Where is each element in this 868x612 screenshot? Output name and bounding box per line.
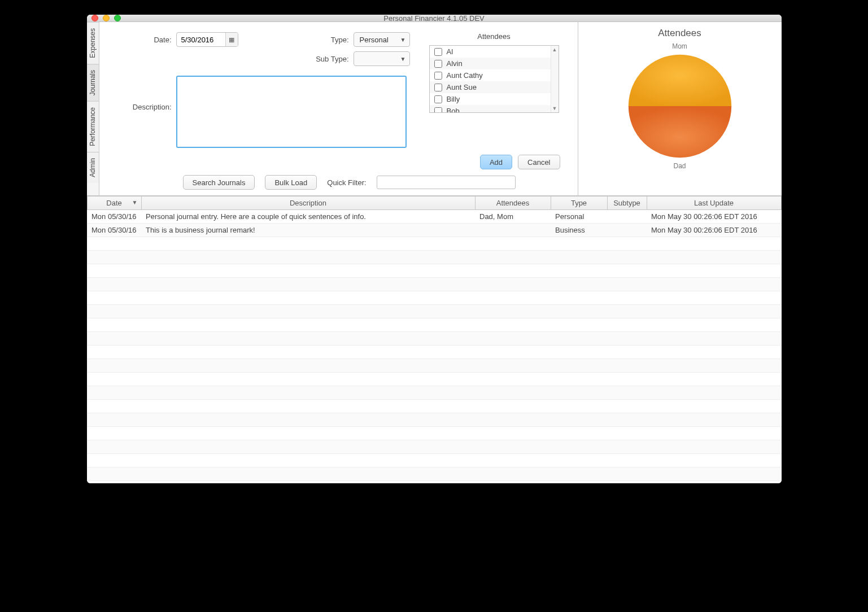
empty-row (87, 251, 781, 264)
tab-expenses[interactable]: Expenses (87, 22, 99, 64)
description-label: Description: (120, 76, 172, 111)
scroll-up-icon[interactable]: ▲ (552, 46, 557, 54)
pie-label-dad: Dad (673, 162, 686, 170)
tab-performance[interactable]: Performance (87, 101, 99, 152)
type-value: Personal (360, 36, 389, 44)
empty-row (87, 237, 781, 251)
table-row[interactable]: Mon 05/30/16This is a business journal r… (87, 224, 781, 237)
col-type[interactable]: Type (551, 196, 607, 210)
attendee-checkbox[interactable] (434, 48, 442, 56)
empty-row (87, 373, 781, 386)
cell-subtype (607, 210, 647, 224)
date-input[interactable] (177, 36, 225, 44)
empty-row (87, 278, 781, 291)
empty-row (87, 305, 781, 318)
tab-journals[interactable]: Journals (87, 64, 99, 101)
cell-description: Personal journal entry. Here are a coupl… (141, 210, 475, 224)
empty-row (87, 386, 781, 400)
attendee-name: Billy (447, 95, 460, 103)
attendee-checkbox[interactable] (434, 95, 442, 103)
attendee-item[interactable]: Billy (430, 93, 551, 105)
attendee-name: Al (447, 47, 453, 56)
cancel-button[interactable]: Cancel (518, 155, 560, 169)
tab-admin[interactable]: Admin (87, 152, 99, 183)
attendee-checkbox[interactable] (434, 60, 442, 68)
subtype-label: Sub Type: (314, 55, 349, 63)
add-button[interactable]: Add (480, 155, 512, 169)
window-title: Personal Financier 4.1.05 DEV (87, 15, 782, 23)
description-textarea[interactable] (176, 76, 407, 148)
pie-label-mom: Mom (672, 42, 687, 50)
empty-row (87, 264, 781, 278)
date-label: Date: (120, 36, 172, 44)
attendees-header: Attendees (429, 32, 559, 41)
attendee-name: Alvin (447, 59, 463, 68)
attendee-item[interactable]: Bob (430, 105, 551, 112)
cell-last_update: Mon May 30 00:26:06 EDT 2016 (647, 224, 781, 237)
attendees-scrollbar[interactable]: ▲ ▼ (551, 46, 559, 112)
attendees-pie-chart (626, 53, 734, 160)
attendee-item[interactable]: Al (430, 46, 551, 58)
journals-table: Date▼ Description Attendees Type Subtype… (87, 196, 782, 483)
side-tabs: Expenses Journals Performance Admin (87, 22, 99, 195)
empty-row (87, 427, 781, 440)
empty-row (87, 481, 781, 484)
journals-table-wrap: Date▼ Description Attendees Type Subtype… (87, 196, 782, 483)
attendee-name: Bob (447, 107, 460, 112)
app-window: Personal Financier 4.1.05 DEV Expenses J… (87, 15, 782, 483)
cell-date: Mon 05/30/16 (87, 210, 141, 224)
empty-row (87, 346, 781, 359)
bulk-load-button[interactable]: Bulk Load (265, 175, 317, 190)
calendar-icon[interactable]: ▦ (225, 33, 238, 46)
empty-row (87, 359, 781, 373)
chart-panel: Attendees Mom Dad (578, 22, 782, 195)
cell-description: This is a business journal remark! (141, 224, 475, 237)
type-select[interactable]: Personal ▼ (354, 32, 410, 47)
subtype-select[interactable]: ▼ (354, 51, 410, 66)
type-label: Type: (314, 36, 349, 44)
attendee-item[interactable]: Alvin (430, 58, 551, 69)
col-subtype[interactable]: Subtype (607, 196, 647, 210)
titlebar: Personal Financier 4.1.05 DEV (87, 15, 782, 22)
empty-row (87, 332, 781, 346)
attendee-item[interactable]: Aunt Cathy (430, 69, 551, 81)
attendee-name: Aunt Sue (447, 83, 477, 91)
cell-attendees: Dad, Mom (475, 210, 551, 224)
attendee-checkbox[interactable] (434, 72, 442, 80)
attendee-checkbox[interactable] (434, 107, 442, 113)
chart-title: Attendees (658, 28, 701, 39)
form-panel: Date: ▦ Type: Personal ▼ (99, 22, 578, 195)
quick-filter-label: Quick Filter: (327, 178, 366, 187)
cell-type: Business (551, 224, 607, 237)
cell-attendees (475, 224, 551, 237)
cell-last_update: Mon May 30 00:26:06 EDT 2016 (647, 210, 781, 224)
cell-type: Personal (551, 210, 607, 224)
attendee-checkbox[interactable] (434, 84, 442, 91)
empty-row (87, 291, 781, 305)
empty-row (87, 413, 781, 427)
empty-row (87, 454, 781, 467)
attendees-list: AlAlvinAunt CathyAunt SueBillyBob ▲ ▼ (429, 45, 559, 113)
col-attendees[interactable]: Attendees (475, 196, 551, 210)
search-journals-button[interactable]: Search Journals (183, 175, 255, 190)
chevron-down-icon: ▼ (400, 37, 406, 43)
col-date[interactable]: Date▼ (87, 196, 141, 210)
col-description[interactable]: Description (141, 196, 475, 210)
quick-filter-input[interactable] (377, 176, 516, 189)
table-row[interactable]: Mon 05/30/16Personal journal entry. Here… (87, 210, 781, 224)
empty-row (87, 318, 781, 332)
date-input-wrap: ▦ (176, 32, 238, 47)
attendee-item[interactable]: Aunt Sue (430, 81, 551, 93)
chevron-down-icon: ▼ (400, 56, 406, 62)
scroll-down-icon[interactable]: ▼ (552, 104, 557, 112)
cell-subtype (607, 224, 647, 237)
empty-row (87, 440, 781, 454)
empty-row (87, 400, 781, 413)
empty-row (87, 467, 781, 481)
col-last-update[interactable]: Last Update (647, 196, 781, 210)
cell-date: Mon 05/30/16 (87, 224, 141, 237)
attendee-name: Aunt Cathy (447, 71, 483, 80)
sort-desc-icon: ▼ (132, 199, 138, 206)
